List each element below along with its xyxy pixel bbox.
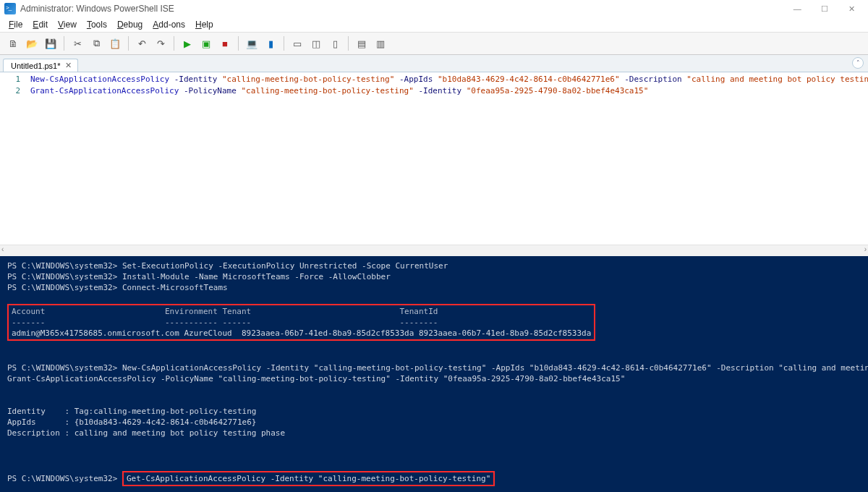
run-selection-icon[interactable]: ▣ [197,35,215,52]
console-line: Get-CsApplicationAccessPolicy -Identity … [127,474,490,483]
menu-edit[interactable]: Edit [28,20,52,30]
param: -Description [624,75,681,84]
powershell-pane-icon[interactable]: ▮ [262,35,279,52]
param: -Identity [174,75,218,84]
console-line: Connect-MicrosoftTeams [122,283,228,292]
param: -AppIds [399,75,433,84]
stop-icon[interactable]: ■ [216,35,234,52]
script-editor[interactable]: 1 2 New-CsApplicationAccessPolicy -Ident… [0,72,868,245]
tab-row: Untitled1.ps1* ✕ ˄ [0,55,868,72]
redo-icon[interactable]: ↷ [152,35,169,52]
minimize-button[interactable]: — [785,4,809,13]
table-header: Account Environment Tenant TenantId [12,307,438,316]
tab-untitled[interactable]: Untitled1.ps1* ✕ [3,59,78,72]
undo-icon[interactable]: ↶ [133,35,150,52]
string: "calling-meeting-bot-policy-testing" [222,75,394,84]
code-area[interactable]: New-CsApplicationAccessPolicy -Identity … [26,72,868,245]
output-line: Identity : Tag:calling-meeting-bot-polic… [7,407,256,416]
toolbar: 🗎 📂 💾 ✂ ⧉ 📋 ↶ ↷ ▶ ▣ ■ 💻 ▮ ▭ ◫ ▯ ▤ ▥ [0,32,868,55]
window-title: Administrator: Windows PowerShell ISE [20,4,174,14]
cmdlet: Grant-CsApplicationAccessPolicy [30,86,179,96]
window-controls: — ☐ ✕ [785,4,864,14]
gutter: 1 2 [0,72,26,245]
console-line: New-CsApplicationAccessPolicy -Identity … [122,363,868,373]
run-icon[interactable]: ▶ [179,35,196,52]
string: "calling-meeting-bot-policy-testing" [241,86,413,96]
table-separator: ------- ----------- ------ -------- [12,318,438,327]
prompt: PS C:\WINDOWS\system32> [7,474,117,483]
separator [128,36,129,51]
highlight-box-getcmd: Get-CsApplicationAccessPolicy -Identity … [122,471,495,486]
close-button[interactable]: ✕ [839,4,864,14]
string: "calling and meeting bot policy testing … [686,75,868,84]
collapse-script-pane-icon[interactable]: ˄ [852,57,864,69]
copy-icon[interactable]: ⧉ [88,35,105,52]
prompt: PS C:\WINDOWS\system32> [7,261,117,271]
powershell-icon [4,3,16,14]
tab-close-icon[interactable]: ✕ [65,61,72,70]
string: "b10da843-4629-4c42-8614-c0b4642771e6" [438,75,620,84]
prompt: PS C:\WINDOWS\system32> [7,272,117,281]
string: "0feaa95a-2925-4790-8a02-bbef4e43ca15" [467,86,649,96]
output-line: AppIds : {b10da843-4629-4c42-8614-c0b464… [7,417,256,427]
table-row: admin@M365x41758685.onmicrosoft.com Azur… [12,328,591,338]
line-number: 1 [0,74,20,85]
menu-view[interactable]: View [54,20,81,30]
highlight-box-account: Account Environment Tenant TenantId ----… [7,304,595,341]
menu-file[interactable]: File [4,20,27,30]
prompt: PS C:\WINDOWS\system32> [7,363,117,373]
line-number: 2 [0,85,20,97]
layout3-icon[interactable]: ▯ [326,35,344,52]
separator [64,36,64,51]
open-file-icon[interactable]: 📂 [23,35,41,52]
console-pane[interactable]: PS C:\WINDOWS\system32> Set-ExecutionPol… [0,256,868,492]
console-line: Install-Module -Name MicrosoftTeams -For… [122,272,391,281]
prompt: PS C:\WINDOWS\system32> [7,283,117,292]
titlebar: Administrator: Windows PowerShell ISE — … [0,0,868,17]
menubar: File Edit View Tools Debug Add-ons Help [0,17,868,32]
separator [284,36,284,51]
menu-help[interactable]: Help [191,20,218,30]
param: -PolicyName [184,86,237,96]
editor-scrollbar[interactable]: ‹› [0,245,868,256]
tab-label: Untitled1.ps1* [11,62,61,70]
menu-tools[interactable]: Tools [82,20,111,30]
cut-icon[interactable]: ✂ [69,35,86,52]
separator [348,36,349,51]
output-line: Description : calling and meeting bot po… [7,428,285,438]
layout1-icon[interactable]: ▭ [289,35,306,52]
cmdlet: New-CsApplicationAccessPolicy [30,75,169,84]
param: -Identity [418,86,461,96]
remote-icon[interactable]: 💻 [243,35,260,52]
separator [238,36,239,51]
show-command-icon[interactable]: ▤ [353,35,370,52]
show-command-addon-icon[interactable]: ▥ [372,35,389,52]
paste-icon[interactable]: 📋 [106,35,124,52]
maximize-button[interactable]: ☐ [812,4,837,14]
separator [174,36,174,51]
layout2-icon[interactable]: ◫ [307,35,325,52]
console-line: Grant-CsApplicationAccessPolicy -PolicyN… [7,374,625,383]
console-line: Set-ExecutionPolicy -ExecutionPolicy Unr… [122,261,448,271]
new-file-icon[interactable]: 🗎 [4,35,22,52]
menu-addons[interactable]: Add-ons [148,20,190,30]
menu-debug[interactable]: Debug [113,20,147,30]
save-icon[interactable]: 💾 [42,35,59,52]
